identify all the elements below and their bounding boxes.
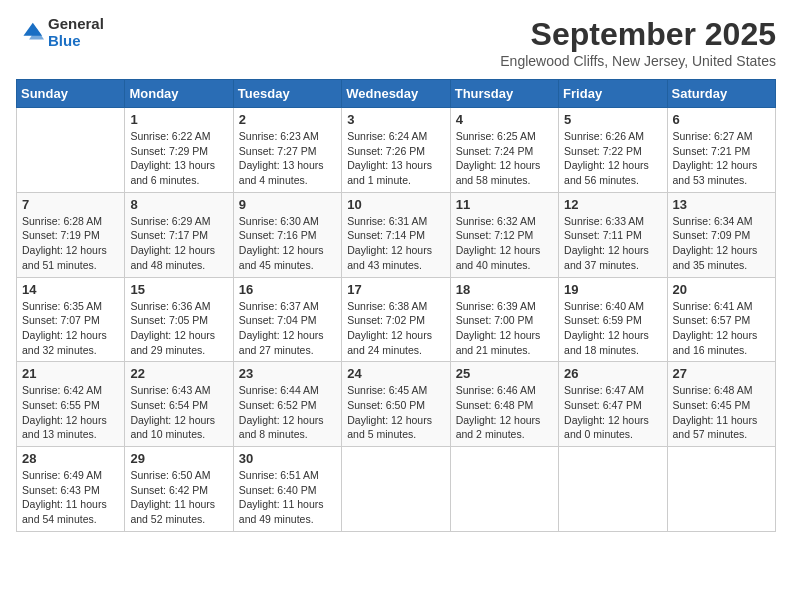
calendar-cell: 11Sunrise: 6:32 AMSunset: 7:12 PMDayligh…: [450, 192, 558, 277]
day-info: Sunrise: 6:32 AMSunset: 7:12 PMDaylight:…: [456, 214, 553, 273]
day-info: Sunrise: 6:26 AMSunset: 7:22 PMDaylight:…: [564, 129, 661, 188]
day-number: 16: [239, 282, 336, 297]
day-number: 29: [130, 451, 227, 466]
day-info: Sunrise: 6:30 AMSunset: 7:16 PMDaylight:…: [239, 214, 336, 273]
weekday-header: Tuesday: [233, 80, 341, 108]
day-number: 14: [22, 282, 119, 297]
calendar-cell: 7Sunrise: 6:28 AMSunset: 7:19 PMDaylight…: [17, 192, 125, 277]
calendar-cell: 24Sunrise: 6:45 AMSunset: 6:50 PMDayligh…: [342, 362, 450, 447]
calendar-cell: 15Sunrise: 6:36 AMSunset: 7:05 PMDayligh…: [125, 277, 233, 362]
day-info: Sunrise: 6:33 AMSunset: 7:11 PMDaylight:…: [564, 214, 661, 273]
calendar-cell: 2Sunrise: 6:23 AMSunset: 7:27 PMDaylight…: [233, 108, 341, 193]
calendar-cell: [342, 447, 450, 532]
day-number: 30: [239, 451, 336, 466]
day-number: 1: [130, 112, 227, 127]
day-info: Sunrise: 6:41 AMSunset: 6:57 PMDaylight:…: [673, 299, 770, 358]
location: Englewood Cliffs, New Jersey, United Sta…: [500, 53, 776, 69]
day-number: 21: [22, 366, 119, 381]
calendar-cell: 17Sunrise: 6:38 AMSunset: 7:02 PMDayligh…: [342, 277, 450, 362]
day-info: Sunrise: 6:27 AMSunset: 7:21 PMDaylight:…: [673, 129, 770, 188]
logo-general: General: [48, 16, 104, 33]
weekday-header: Friday: [559, 80, 667, 108]
day-info: Sunrise: 6:34 AMSunset: 7:09 PMDaylight:…: [673, 214, 770, 273]
day-number: 9: [239, 197, 336, 212]
logo-blue: Blue: [48, 33, 104, 50]
calendar-cell: 27Sunrise: 6:48 AMSunset: 6:45 PMDayligh…: [667, 362, 775, 447]
day-number: 22: [130, 366, 227, 381]
calendar-cell: 10Sunrise: 6:31 AMSunset: 7:14 PMDayligh…: [342, 192, 450, 277]
day-info: Sunrise: 6:22 AMSunset: 7:29 PMDaylight:…: [130, 129, 227, 188]
logo-text: General Blue: [48, 16, 104, 49]
day-number: 15: [130, 282, 227, 297]
calendar-cell: 8Sunrise: 6:29 AMSunset: 7:17 PMDaylight…: [125, 192, 233, 277]
calendar-cell: 28Sunrise: 6:49 AMSunset: 6:43 PMDayligh…: [17, 447, 125, 532]
calendar-cell: 19Sunrise: 6:40 AMSunset: 6:59 PMDayligh…: [559, 277, 667, 362]
logo: General Blue: [16, 16, 104, 49]
day-number: 8: [130, 197, 227, 212]
day-number: 11: [456, 197, 553, 212]
day-number: 5: [564, 112, 661, 127]
calendar-cell: 9Sunrise: 6:30 AMSunset: 7:16 PMDaylight…: [233, 192, 341, 277]
calendar-cell: 13Sunrise: 6:34 AMSunset: 7:09 PMDayligh…: [667, 192, 775, 277]
day-number: 23: [239, 366, 336, 381]
calendar-cell: 30Sunrise: 6:51 AMSunset: 6:40 PMDayligh…: [233, 447, 341, 532]
day-info: Sunrise: 6:28 AMSunset: 7:19 PMDaylight:…: [22, 214, 119, 273]
calendar-cell: 5Sunrise: 6:26 AMSunset: 7:22 PMDaylight…: [559, 108, 667, 193]
day-info: Sunrise: 6:43 AMSunset: 6:54 PMDaylight:…: [130, 383, 227, 442]
calendar-week-row: 21Sunrise: 6:42 AMSunset: 6:55 PMDayligh…: [17, 362, 776, 447]
weekday-header: Saturday: [667, 80, 775, 108]
calendar-cell: 14Sunrise: 6:35 AMSunset: 7:07 PMDayligh…: [17, 277, 125, 362]
day-info: Sunrise: 6:37 AMSunset: 7:04 PMDaylight:…: [239, 299, 336, 358]
calendar-cell: 29Sunrise: 6:50 AMSunset: 6:42 PMDayligh…: [125, 447, 233, 532]
calendar-cell: [450, 447, 558, 532]
day-number: 25: [456, 366, 553, 381]
calendar-cell: 25Sunrise: 6:46 AMSunset: 6:48 PMDayligh…: [450, 362, 558, 447]
calendar-cell: 6Sunrise: 6:27 AMSunset: 7:21 PMDaylight…: [667, 108, 775, 193]
day-number: 17: [347, 282, 444, 297]
day-number: 20: [673, 282, 770, 297]
day-number: 7: [22, 197, 119, 212]
calendar-cell: 18Sunrise: 6:39 AMSunset: 7:00 PMDayligh…: [450, 277, 558, 362]
day-info: Sunrise: 6:36 AMSunset: 7:05 PMDaylight:…: [130, 299, 227, 358]
day-info: Sunrise: 6:38 AMSunset: 7:02 PMDaylight:…: [347, 299, 444, 358]
calendar-week-row: 14Sunrise: 6:35 AMSunset: 7:07 PMDayligh…: [17, 277, 776, 362]
day-info: Sunrise: 6:40 AMSunset: 6:59 PMDaylight:…: [564, 299, 661, 358]
calendar-cell: 3Sunrise: 6:24 AMSunset: 7:26 PMDaylight…: [342, 108, 450, 193]
day-number: 26: [564, 366, 661, 381]
day-number: 13: [673, 197, 770, 212]
day-info: Sunrise: 6:42 AMSunset: 6:55 PMDaylight:…: [22, 383, 119, 442]
calendar-cell: 21Sunrise: 6:42 AMSunset: 6:55 PMDayligh…: [17, 362, 125, 447]
month-title: September 2025: [500, 16, 776, 53]
title-block: September 2025 Englewood Cliffs, New Jer…: [500, 16, 776, 69]
day-number: 12: [564, 197, 661, 212]
calendar-cell: 26Sunrise: 6:47 AMSunset: 6:47 PMDayligh…: [559, 362, 667, 447]
calendar-week-row: 1Sunrise: 6:22 AMSunset: 7:29 PMDaylight…: [17, 108, 776, 193]
day-info: Sunrise: 6:47 AMSunset: 6:47 PMDaylight:…: [564, 383, 661, 442]
day-info: Sunrise: 6:50 AMSunset: 6:42 PMDaylight:…: [130, 468, 227, 527]
day-info: Sunrise: 6:29 AMSunset: 7:17 PMDaylight:…: [130, 214, 227, 273]
day-info: Sunrise: 6:23 AMSunset: 7:27 PMDaylight:…: [239, 129, 336, 188]
calendar-cell: [17, 108, 125, 193]
day-number: 27: [673, 366, 770, 381]
weekday-header: Sunday: [17, 80, 125, 108]
day-info: Sunrise: 6:48 AMSunset: 6:45 PMDaylight:…: [673, 383, 770, 442]
logo-icon: [16, 19, 44, 47]
day-info: Sunrise: 6:35 AMSunset: 7:07 PMDaylight:…: [22, 299, 119, 358]
day-number: 3: [347, 112, 444, 127]
day-number: 24: [347, 366, 444, 381]
calendar-cell: 12Sunrise: 6:33 AMSunset: 7:11 PMDayligh…: [559, 192, 667, 277]
calendar-cell: [559, 447, 667, 532]
day-info: Sunrise: 6:45 AMSunset: 6:50 PMDaylight:…: [347, 383, 444, 442]
calendar-cell: 1Sunrise: 6:22 AMSunset: 7:29 PMDaylight…: [125, 108, 233, 193]
day-info: Sunrise: 6:24 AMSunset: 7:26 PMDaylight:…: [347, 129, 444, 188]
day-info: Sunrise: 6:51 AMSunset: 6:40 PMDaylight:…: [239, 468, 336, 527]
calendar-cell: 4Sunrise: 6:25 AMSunset: 7:24 PMDaylight…: [450, 108, 558, 193]
day-info: Sunrise: 6:39 AMSunset: 7:00 PMDaylight:…: [456, 299, 553, 358]
day-number: 4: [456, 112, 553, 127]
page-header: General Blue September 2025 Englewood Cl…: [16, 16, 776, 69]
calendar-cell: 16Sunrise: 6:37 AMSunset: 7:04 PMDayligh…: [233, 277, 341, 362]
calendar-cell: 20Sunrise: 6:41 AMSunset: 6:57 PMDayligh…: [667, 277, 775, 362]
calendar-table: SundayMondayTuesdayWednesdayThursdayFrid…: [16, 79, 776, 532]
day-info: Sunrise: 6:49 AMSunset: 6:43 PMDaylight:…: [22, 468, 119, 527]
weekday-header: Thursday: [450, 80, 558, 108]
